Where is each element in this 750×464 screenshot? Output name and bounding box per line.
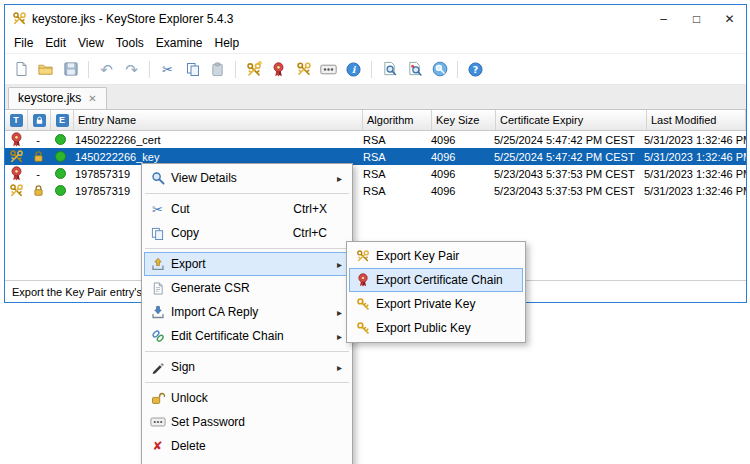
menu-item-edit-certificate-chain[interactable]: Edit Certificate Chain ▸: [144, 324, 350, 348]
menu-help[interactable]: Help: [209, 34, 246, 52]
close-button[interactable]: ✕: [713, 5, 746, 32]
menu-item-copy[interactable]: Copy Ctrl+C: [144, 221, 350, 245]
title-bar: keystore.jks - KeyStore Explorer 5.4.3 –…: [5, 5, 746, 32]
paste-button[interactable]: [206, 58, 229, 81]
save-keystore-button[interactable]: [59, 58, 82, 81]
column-header-last-modified[interactable]: Last Modified: [647, 110, 746, 130]
menu-tools[interactable]: Tools: [110, 34, 150, 52]
import-trusted-certificate-button[interactable]: [267, 58, 290, 81]
menu-item-label: Unlock: [167, 391, 327, 405]
last-modified: 5/31/2023 1:32:46 PM CEST: [640, 134, 746, 146]
menu-item-generate-csr[interactable]: Generate CSR: [144, 276, 350, 300]
help-button[interactable]: ?: [464, 58, 487, 81]
table-row[interactable]: 197857319 RSA 4096 5/23/2043 5:37:53 PM …: [5, 182, 746, 199]
copy-button[interactable]: [181, 58, 204, 81]
submenu-arrow-icon: ▸: [337, 307, 346, 318]
submenu-item-export-certificate-chain[interactable]: Export Certificate Chain: [349, 268, 523, 292]
menu-item-cut[interactable]: ✂ Cut Ctrl+X: [144, 197, 350, 221]
keypair-icon: [353, 249, 372, 263]
keystore-properties-button[interactable]: i: [342, 58, 365, 81]
cut-button[interactable]: ✂: [156, 58, 179, 81]
column-header-key-size[interactable]: Key Size: [432, 110, 496, 130]
pen-icon: [148, 361, 167, 374]
column-header-lock-status[interactable]: [28, 110, 51, 130]
scissors-icon: ✂: [148, 202, 167, 217]
menu-bar: File Edit View Tools Examine Help: [5, 32, 746, 53]
menu-item-label: Export Private Key: [372, 297, 519, 311]
column-header-expiry[interactable]: E: [51, 110, 74, 130]
submenu-arrow-icon: ▸: [337, 259, 346, 270]
table-row[interactable]: - 1450222266_cert RSA 4096 5/25/2024 5:4…: [5, 131, 746, 148]
menu-item-label: Export Public Key: [372, 321, 519, 335]
expiry-status-green-icon: [55, 168, 66, 179]
chain-icon: [148, 329, 167, 343]
new-keystore-button[interactable]: [9, 58, 32, 81]
submenu-item-export-key-pair[interactable]: Export Key Pair: [349, 244, 523, 268]
table-row[interactable]: - 197857319 RSA 4096 5/23/2043 5:37:53 P…: [5, 165, 746, 182]
column-header-algorithm[interactable]: Algorithm: [363, 110, 432, 130]
menu-file[interactable]: File: [8, 34, 39, 52]
key-size: 4096: [427, 185, 490, 197]
toolbar-separator: [235, 61, 236, 78]
open-folder-icon: [37, 61, 54, 78]
lock-status: -: [27, 168, 49, 180]
minimize-button[interactable]: –: [647, 5, 680, 32]
table-header-row: T E Entry Name Algorithm Key Size Certif…: [5, 110, 746, 131]
window-controls: – □ ✕: [647, 5, 746, 32]
examine-crl-button[interactable]: [403, 58, 426, 81]
set-password-button[interactable]: [317, 58, 340, 81]
menu-separator: [145, 382, 349, 383]
menu-item-label: Export Key Pair: [372, 249, 519, 263]
detect-type-icon: [432, 61, 448, 77]
menu-view[interactable]: View: [72, 34, 110, 52]
menu-edit[interactable]: Edit: [39, 34, 72, 52]
menu-item-view-details[interactable]: View Details ▸: [144, 166, 350, 190]
export-submenu: Export Key Pair Export Certificate Chain…: [346, 241, 526, 343]
column-header-type[interactable]: T: [5, 110, 28, 130]
menu-item-delete[interactable]: ✘ Delete: [144, 434, 350, 458]
menu-item-label: Edit Certificate Chain: [167, 329, 327, 343]
table-row-selected[interactable]: 1450222266_key RSA 4096 5/25/2024 5:47:4…: [5, 148, 746, 165]
generate-key-pair-button[interactable]: [242, 58, 265, 81]
menu-item-label: Copy: [167, 226, 293, 240]
menu-item-set-password[interactable]: Set Password: [144, 410, 350, 434]
tab-close-icon[interactable]: ✕: [88, 93, 96, 104]
column-header-entry-name[interactable]: Entry Name: [74, 110, 363, 130]
info-icon: i: [346, 62, 361, 77]
detect-file-type-button[interactable]: [428, 58, 451, 81]
window-title: keystore.jks - KeyStore Explorer 5.4.3: [32, 12, 233, 26]
app-keypair-icon: [12, 11, 27, 26]
padlock-icon: [32, 184, 45, 197]
copy-icon: [148, 227, 167, 240]
tab-label: keystore.jks: [18, 91, 81, 105]
help-icon: ?: [468, 62, 483, 77]
menu-shortcut: Ctrl+X: [293, 202, 327, 216]
menu-item-rename[interactable]: Rename: [144, 458, 350, 464]
menu-item-unlock[interactable]: Unlock: [144, 386, 350, 410]
import-key-pair-button[interactable]: [292, 58, 315, 81]
tab-bar: keystore.jks ✕: [5, 85, 746, 110]
column-header-certificate-expiry[interactable]: Certificate Expiry: [496, 110, 647, 130]
last-modified: 5/31/2023 1:32:46 PM CEST: [640, 185, 746, 197]
certificate-icon: [9, 132, 24, 147]
maximize-button[interactable]: □: [680, 5, 713, 32]
menu-separator: [145, 248, 349, 249]
examine-certificate-button[interactable]: [378, 58, 401, 81]
menu-item-import-ca-reply[interactable]: Import CA Reply ▸: [144, 300, 350, 324]
menu-examine[interactable]: Examine: [150, 34, 209, 52]
menu-item-export[interactable]: Export ▸: [144, 252, 350, 276]
menu-item-label: Sign: [167, 360, 327, 374]
keypair-icon: [9, 149, 24, 164]
submenu-item-export-private-key[interactable]: Export Private Key: [349, 292, 523, 316]
certificate-icon: [9, 166, 24, 181]
delete-x-icon: ✘: [148, 439, 167, 453]
menu-item-sign[interactable]: Sign ▸: [144, 355, 350, 379]
tab-keystore-jks[interactable]: keystore.jks ✕: [8, 87, 107, 109]
open-keystore-button[interactable]: [34, 58, 57, 81]
submenu-item-export-public-key[interactable]: Export Public Key: [349, 316, 523, 340]
algorithm: RSA: [359, 168, 427, 180]
redo-button[interactable]: ↷: [120, 58, 143, 81]
last-modified: 5/31/2023 1:32:46 PM CEST: [640, 151, 746, 163]
expiry-status-green-icon: [55, 134, 66, 145]
undo-button[interactable]: ↶: [95, 58, 118, 81]
